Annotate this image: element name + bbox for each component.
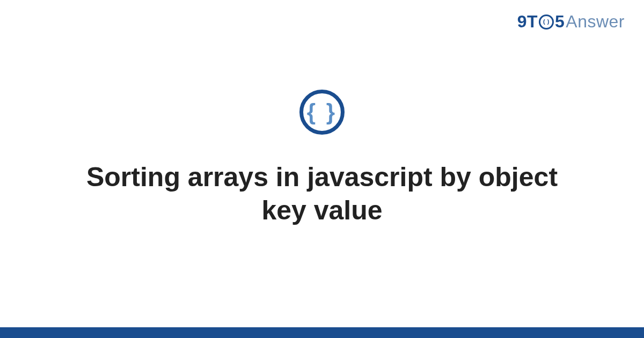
main-content: { } Sorting arrays in javascript by obje… — [0, 0, 644, 327]
page-title: Sorting arrays in javascript by object k… — [64, 160, 580, 227]
topic-badge: { } — [299, 90, 345, 135]
braces-icon: { } — [307, 101, 337, 123]
footer-accent-bar — [0, 327, 644, 338]
